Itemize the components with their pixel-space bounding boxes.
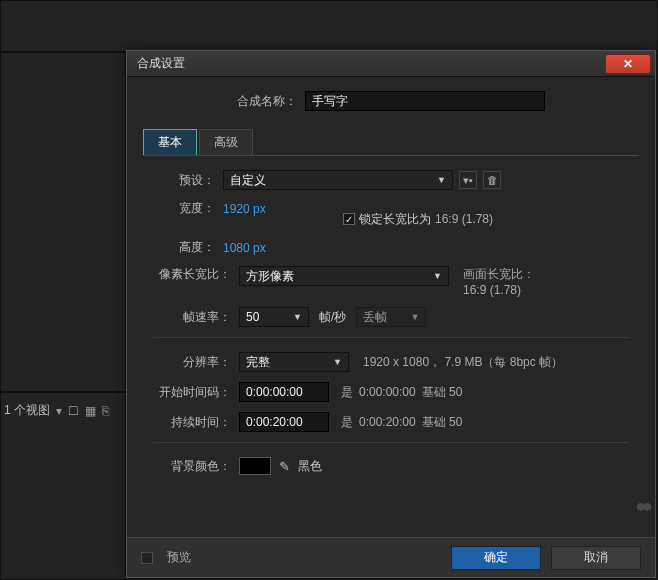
tab-basic[interactable]: 基本: [143, 129, 197, 155]
tabs: 基本 高级: [143, 129, 639, 156]
dialog-footer: 预览 确定 取消: [127, 537, 655, 577]
basic-panel: 预设： 自定义 ▼ ▾▪ 🗑 宽度： 1920 px ✓ 锁定长宽比为 16:9…: [143, 156, 639, 491]
dialog-content: 合成名称： 基本 高级 预设： 自定义 ▼ ▾▪ 🗑 宽度： 1920 px: [127, 77, 655, 491]
tab-advanced[interactable]: 高级: [199, 129, 253, 155]
frame-aspect-label: 画面长宽比：: [463, 266, 535, 283]
lock-aspect-checkbox[interactable]: ✓: [343, 213, 355, 225]
app-background-bottom: [0, 392, 126, 580]
close-button[interactable]: ✕: [605, 54, 651, 74]
framerate-unit: 帧/秒: [319, 309, 346, 326]
chevron-down-icon: ▼: [333, 357, 342, 367]
height-value[interactable]: 1080 px: [223, 241, 266, 255]
dropframe-select[interactable]: 丢帧 ▼: [356, 307, 426, 327]
duration-label: 持续时间：: [153, 414, 239, 431]
duration-base-value: 0:00:20:00: [359, 415, 416, 429]
watermark-icon: ●●: [635, 496, 649, 517]
app-background-left: [0, 52, 126, 392]
dropframe-value: 丢帧: [363, 309, 387, 326]
comp-name-label: 合成名称：: [237, 93, 305, 110]
framerate-value: 50: [246, 310, 259, 324]
comp-name-input[interactable]: [305, 91, 545, 111]
width-value[interactable]: 1920 px: [223, 202, 266, 216]
dialog-titlebar[interactable]: 合成设置 ✕: [127, 51, 655, 77]
delete-preset-icon[interactable]: 🗑: [483, 171, 501, 189]
cancel-button[interactable]: 取消: [551, 546, 641, 570]
chevron-down-icon: ▼: [437, 175, 446, 185]
start-timecode-label: 开始时间码：: [153, 384, 239, 401]
preset-value: 自定义: [230, 172, 266, 189]
pixel-aspect-label: 像素长宽比：: [153, 266, 239, 283]
frame-aspect-value: 16:9 (1.78): [463, 283, 535, 297]
app-background-top: [0, 0, 658, 52]
framerate-select[interactable]: 50 ▼: [239, 307, 309, 327]
save-preset-icon[interactable]: ▾▪: [459, 171, 477, 189]
composition-settings-dialog: 合成设置 ✕ 合成名称： 基本 高级 预设： 自定义 ▼ ▾▪ 🗑: [126, 50, 656, 578]
dialog-title: 合成设置: [137, 55, 185, 72]
bgcolor-swatch[interactable]: [239, 457, 271, 475]
chevron-down-icon: ▼: [293, 312, 302, 322]
ok-button[interactable]: 确定: [451, 546, 541, 570]
eyedropper-icon[interactable]: ✎: [279, 459, 290, 474]
pixel-aspect-value: 方形像素: [246, 268, 294, 285]
toolbar-icon-3: ⎘: [102, 404, 109, 418]
resolution-value: 完整: [246, 354, 270, 371]
close-icon: ✕: [623, 57, 633, 71]
start-is-label: 是: [341, 384, 353, 401]
preview-label: 预览: [167, 549, 191, 566]
preset-select[interactable]: 自定义 ▼: [223, 170, 453, 190]
width-label: 宽度：: [153, 200, 223, 217]
frame-aspect-block: 画面长宽比： 16:9 (1.78): [463, 266, 535, 297]
view-count-label: 1 个视图: [4, 402, 50, 419]
lock-aspect-label: 锁定长宽比为: [359, 211, 431, 228]
pixel-aspect-select[interactable]: 方形像素 ▼: [239, 266, 449, 286]
bgcolor-name: 黑色: [298, 458, 322, 475]
start-base-value: 0:00:00:00: [359, 385, 416, 399]
toolbar-icon-1: ☐: [68, 404, 79, 418]
height-label: 高度：: [153, 239, 223, 256]
start-timecode-input[interactable]: [239, 382, 329, 402]
chevron-down-icon: ▼: [410, 312, 419, 322]
resolution-label: 分辨率：: [153, 354, 239, 371]
chevron-down-icon: ▼: [433, 271, 442, 281]
resolution-select[interactable]: 完整 ▼: [239, 352, 349, 372]
duration-base-label: 基础 50: [422, 414, 463, 431]
resolution-info: 1920 x 1080， 7.9 MB（每 8bpc 帧）: [363, 354, 563, 371]
view-count-dropdown[interactable]: 1 个视图 ▾ ☐ ▦ ⎘: [4, 402, 109, 419]
bgcolor-label: 背景颜色：: [153, 458, 239, 475]
toolbar-icon-2: ▦: [85, 404, 96, 418]
preset-label: 预设：: [153, 172, 223, 189]
lock-aspect-ratio: 16:9 (1.78): [435, 212, 493, 226]
framerate-label: 帧速率：: [153, 309, 239, 326]
chevron-down-icon: ▾: [56, 404, 62, 418]
start-base-label: 基础 50: [422, 384, 463, 401]
preview-checkbox[interactable]: [141, 552, 153, 564]
duration-is-label: 是: [341, 414, 353, 431]
duration-input[interactable]: [239, 412, 329, 432]
